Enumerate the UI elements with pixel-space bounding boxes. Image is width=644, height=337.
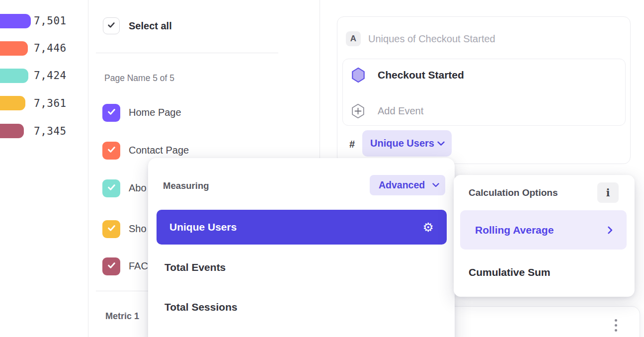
legend-value: 7,446	[34, 42, 67, 54]
event-list-card: Checkout Started Add Event	[342, 59, 626, 126]
series-bar	[0, 96, 25, 110]
series-bar	[0, 41, 28, 56]
legend-value: 7,361	[34, 97, 67, 109]
metric-title[interactable]: Uniques of Checkout Started	[368, 33, 495, 45]
legend-row	[0, 41, 28, 56]
event-hexagon-icon	[351, 67, 366, 83]
aggregation-prefix: #	[349, 139, 355, 150]
legend-value: 7,501	[34, 15, 67, 27]
metric-badge: A	[346, 31, 361, 46]
series-bar	[0, 14, 31, 28]
breakdown-checkbox[interactable]	[102, 104, 120, 122]
calculation-option-cumulative-sum[interactable]: Cumulative Sum	[469, 266, 551, 278]
measuring-option-selected[interactable]: Unique Users ⚙	[157, 210, 447, 245]
calculation-option-label: Rolling Average	[475, 224, 554, 236]
add-event-hexagon-icon	[351, 103, 365, 119]
breakdown-item-label[interactable]: Contact Page	[129, 145, 189, 156]
aggregation-dropdown[interactable]: Unique Users	[362, 130, 452, 157]
check-icon	[107, 108, 116, 117]
check-icon	[107, 21, 115, 30]
info-icon[interactable]: i	[597, 182, 619, 203]
breakdown-checkbox[interactable]	[102, 220, 120, 238]
breakdown-checkbox[interactable]	[102, 179, 120, 197]
event-row[interactable]: Checkout Started	[351, 66, 464, 84]
calculation-options-title: Calculation Options	[469, 187, 558, 198]
breakdown-item-label[interactable]: Home Page	[129, 107, 181, 118]
metric-label: Metric 1	[105, 311, 139, 322]
measuring-title: Measuring	[163, 180, 209, 191]
event-name: Checkout Started	[378, 69, 464, 81]
panel-divider	[88, 0, 88, 337]
divider	[96, 53, 278, 53]
breakdown-item-label[interactable]: Abo	[129, 182, 147, 194]
check-icon	[107, 146, 116, 155]
series-bar	[0, 69, 28, 83]
query-builder-card: A Uniques of Checkout Started Checkout S…	[337, 16, 631, 164]
add-event-label: Add Event	[378, 105, 423, 117]
add-event-button[interactable]: Add Event	[351, 103, 423, 119]
breakdown-checkbox[interactable]	[102, 257, 120, 275]
breakdown-item-label[interactable]: Sho	[129, 223, 147, 235]
chevron-down-icon	[432, 183, 439, 187]
aggregation-value: Unique Users	[370, 138, 434, 149]
breakdown-checkbox[interactable]	[102, 142, 120, 160]
check-icon	[107, 225, 116, 234]
chevron-right-icon	[608, 226, 613, 234]
calculation-options-menu: Calculation Options i Rolling Average Cu…	[454, 175, 635, 297]
insights-screen: 7,501 7,446 7,424 7,361 7,345 Select all…	[0, 0, 644, 337]
gear-icon[interactable]: ⚙	[423, 221, 434, 234]
legend-row	[0, 14, 31, 28]
series-bar	[0, 124, 24, 138]
breakdown-group-label: Page Name 5 of 5	[104, 73, 174, 84]
breakdown-item-label[interactable]: FAC	[129, 260, 148, 272]
measuring-option[interactable]: Total Sessions	[164, 301, 238, 313]
calculation-option-rolling-average[interactable]: Rolling Average	[460, 210, 627, 250]
measuring-mode-value: Advanced	[379, 179, 425, 191]
measuring-option[interactable]: Total Events	[164, 261, 226, 273]
legend-row	[0, 124, 24, 138]
measuring-menu: Measuring Advanced Unique Users ⚙ Total …	[148, 158, 455, 337]
check-icon	[107, 262, 116, 271]
legend-row	[0, 96, 25, 110]
kebab-menu-icon[interactable]	[615, 318, 617, 333]
select-all-checkbox[interactable]	[103, 17, 120, 34]
measuring-option-label: Unique Users	[169, 221, 237, 233]
legend-value: 7,345	[34, 125, 67, 137]
legend-row	[0, 69, 28, 83]
check-icon	[107, 184, 116, 193]
chevron-down-icon	[437, 141, 445, 146]
select-all-label: Select all	[129, 20, 172, 32]
legend-value: 7,424	[34, 70, 67, 82]
measuring-mode-dropdown[interactable]: Advanced	[370, 175, 445, 195]
